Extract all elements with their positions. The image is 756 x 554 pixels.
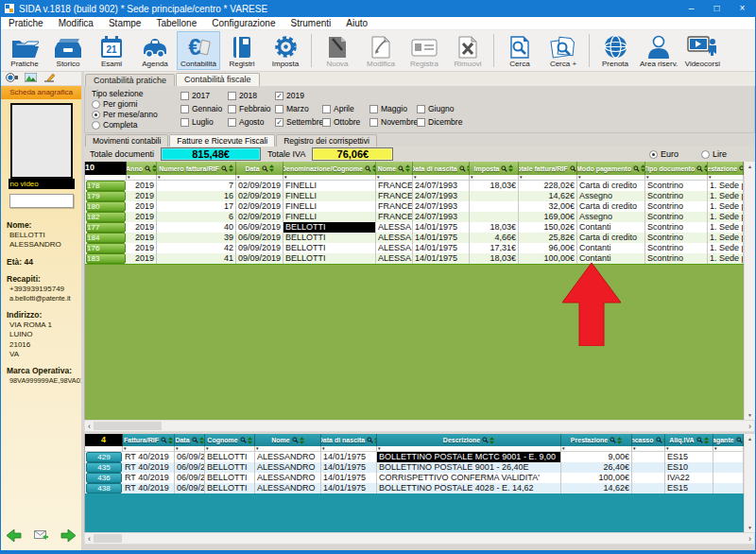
table-cell[interactable]: 25,82€	[519, 233, 577, 243]
menu-configurazione[interactable]: Configurazione	[204, 18, 283, 28]
table-cell[interactable]: BELLOTTI	[284, 253, 376, 264]
table-cell[interactable]: 40	[157, 222, 236, 233]
table-cell[interactable]: FINELLI	[284, 191, 376, 201]
table-cell[interactable]: 02/09/2019	[236, 212, 284, 222]
name-box[interactable]	[9, 194, 74, 208]
table-cell[interactable]: 2019	[127, 222, 157, 233]
month-checkbox-gennaio[interactable]: Gennaio	[180, 104, 228, 113]
table-cell[interactable]: 1. Sede pr	[708, 212, 744, 222]
table-row[interactable]: 438RT 40/201906/09/20...BELLOTTIALESSAND…	[85, 483, 744, 493]
column-header-anno[interactable]: Anno	[127, 162, 157, 175]
toolbar-button-registri[interactable]: Registri	[220, 31, 264, 70]
toolbar-button-imposta[interactable]: Imposta	[264, 31, 307, 70]
table-cell[interactable]: 14/01/1975	[321, 473, 377, 483]
row-number-cell[interactable]: 429	[86, 452, 122, 462]
table-cell[interactable]: 14,62€	[519, 191, 577, 201]
scroll-down-icon[interactable]: ▼	[747, 412, 752, 418]
table-row[interactable]: 435RT 40/201906/09/20...BELLOTTIALESSAND…	[85, 462, 744, 473]
month-checkbox-agosto[interactable]: Agosto	[228, 117, 275, 127]
table-row[interactable]: 1822019602/09/2019FINELLIFRANCE...24/07/…	[85, 212, 744, 222]
column-header-fattura-rif[interactable]: Fattura/RIF	[123, 434, 175, 446]
table-cell[interactable]	[632, 483, 665, 493]
table-cell[interactable]: 06/09/20...	[175, 483, 205, 493]
toolbar-button-storico[interactable]: Storico	[46, 31, 90, 70]
table-cell[interactable]: CORRISPETTIVO CONFERMA VALIDITA'	[377, 473, 561, 483]
radio-lire[interactable]: Lire	[701, 149, 727, 159]
table-cell[interactable]: 16	[157, 191, 236, 201]
arrow-right-icon[interactable]	[60, 529, 76, 544]
toolbar-button-prenota[interactable]: Prenota	[593, 31, 637, 70]
table-cell[interactable]	[713, 462, 744, 473]
table-cell[interactable]: 6	[157, 212, 236, 222]
table-cell[interactable]: 18,03€	[470, 181, 519, 191]
table-cell[interactable]: ALESSA...	[376, 243, 413, 253]
table-cell[interactable]: RT 40/2019	[123, 452, 175, 462]
column-header-numero-fattura-rif[interactable]: Numero fattura/RIF	[157, 162, 236, 175]
column-header-imposta[interactable]: Imposta	[470, 162, 519, 175]
table-cell[interactable]	[470, 201, 519, 212]
table-cell[interactable]: FRANCE...	[376, 212, 413, 222]
table-cell[interactable]: RT 40/2019	[123, 473, 175, 483]
radio-per-mese-anno[interactable]: Per mese/anno	[92, 110, 175, 119]
year-checkbox-2019[interactable]: ✓2019	[275, 91, 322, 100]
month-checkbox-luglio[interactable]: Luglio	[180, 117, 228, 127]
table-cell[interactable]: 4,66€	[470, 233, 519, 243]
column-filter-button[interactable]: ▾	[284, 175, 376, 180]
toolbar-button-agenda[interactable]: Agenda	[133, 31, 177, 70]
column-filter-button[interactable]: ▾	[377, 446, 561, 451]
column-header-aliq-iva[interactable]: Aliq.IVA	[665, 434, 713, 446]
table-cell[interactable]: ALESSANDRO	[255, 473, 321, 483]
horizontal-scrollbar[interactable]: ‹›	[84, 420, 755, 432]
month-checkbox-settembre[interactable]: ✓Settembre	[275, 117, 322, 127]
table-cell[interactable]: Scontrino	[645, 181, 708, 191]
table-cell[interactable]: Scontrino	[645, 191, 708, 201]
tab-contabilita-pratiche[interactable]: Contabilità pratiche	[85, 74, 175, 86]
toolbar-button-pratiche[interactable]: Pratiche	[3, 31, 46, 70]
table-cell[interactable]: RT 40/2019	[123, 483, 175, 493]
table-cell[interactable]: ALESSA...	[376, 253, 413, 264]
table-cell[interactable]: 24/07/1993	[413, 181, 470, 191]
column-header-pagante[interactable]: Pagante	[713, 434, 744, 446]
table-cell[interactable]: 06/09/20...	[175, 452, 205, 462]
table-cell[interactable]: BOLLETTINO POSTALE MCTC 9001 - E. 9,00	[377, 452, 561, 462]
subtab-movimenti-contabili[interactable]: Movimenti contabili	[85, 134, 168, 147]
picture-icon[interactable]	[25, 73, 37, 84]
table-cell[interactable]: FINELLI	[284, 212, 376, 222]
table-cell[interactable]: 26,40€	[561, 462, 632, 473]
table-cell[interactable]: 14,62€	[561, 483, 632, 493]
table-cell[interactable]: Scontrino	[645, 253, 708, 264]
table-cell[interactable]: FRANCE...	[376, 191, 413, 201]
table-row[interactable]: 17920191602/09/2019FINELLIFRANCE...24/07…	[85, 191, 744, 201]
table-cell[interactable]: 17,31€	[470, 243, 519, 253]
table-cell[interactable]: ALESSANDRO	[255, 483, 321, 493]
column-filter-button[interactable]: ▾	[413, 175, 470, 180]
row-number-cell[interactable]: 182	[86, 212, 126, 222]
table-cell[interactable]: 14/01/1975	[413, 243, 470, 253]
table-row[interactable]: 18320194109/09/2019BELLOTTIALESSA...14/0…	[85, 253, 744, 264]
table-cell[interactable]: 39	[157, 233, 236, 243]
table-cell[interactable]: ALESSA...	[376, 233, 413, 243]
table-cell[interactable]: ES10	[665, 462, 713, 473]
row-number-cell[interactable]: 178	[86, 181, 126, 191]
vertical-scrollbar[interactable]: ▲▼	[744, 162, 755, 420]
scroll-down-icon[interactable]: ▼	[747, 525, 752, 530]
table-cell[interactable]: ES15	[665, 483, 713, 493]
toolbar-button-contabilit[interactable]: €Contabilità	[177, 31, 220, 70]
scroll-left-icon[interactable]: ‹	[88, 534, 91, 544]
menu-pratiche[interactable]: Pratiche	[1, 18, 51, 28]
mail-icon[interactable]	[34, 530, 48, 543]
column-filter-button[interactable]: ▾	[561, 446, 632, 451]
table-cell[interactable]: 1. Sede pr	[708, 201, 744, 212]
menu-modifica[interactable]: Modifica	[51, 18, 101, 28]
table-cell[interactable]: Scontrino	[645, 233, 708, 243]
column-header-denominazione-cognome[interactable]: Denominazione/Cognome	[284, 162, 376, 175]
column-header-data-di-nascita[interactable]: Data di nascita	[321, 434, 377, 446]
table-cell[interactable]: 2019	[127, 243, 157, 253]
table-row[interactable]: 1782019702/09/2019FINELLIFRANCE...24/07/…	[85, 181, 744, 191]
column-filter-button[interactable]: ▾	[665, 446, 713, 451]
subtab-registro-corrispettivi[interactable]: Registro dei corrispettivi	[276, 134, 377, 147]
column-filter-button[interactable]: ▾	[175, 446, 205, 451]
table-cell[interactable]: 1. Sede pr	[708, 253, 744, 264]
table-cell[interactable]: BELLOTTI	[205, 483, 255, 493]
month-checkbox-dicembre[interactable]: Dicembre	[417, 117, 464, 127]
